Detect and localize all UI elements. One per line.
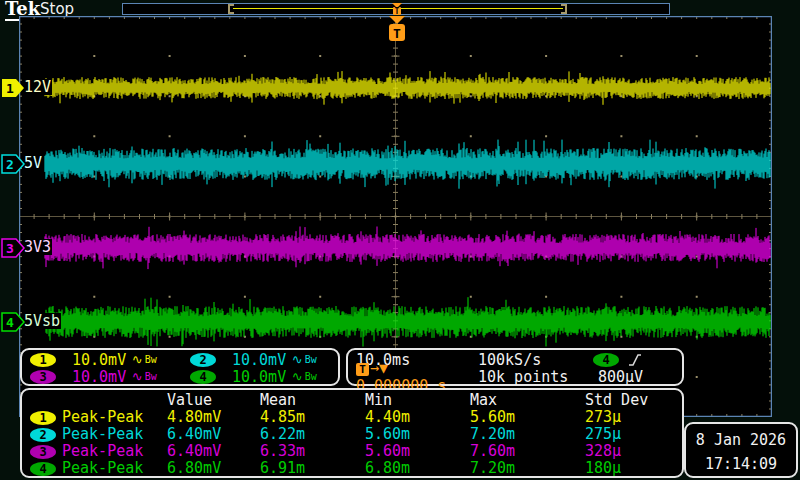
- channel-4-badge: 4: [190, 370, 216, 384]
- channel-2-label: 5V: [23, 155, 43, 171]
- window-bracket-right: [561, 4, 567, 14]
- sample-rate: 100kS/s: [478, 351, 593, 369]
- channel-3-marker[interactable]: 3: [1, 238, 26, 258]
- channel-2-marker[interactable]: 2: [1, 154, 26, 174]
- channel-1-coupling-bandwidth-icon: ∿Bw: [132, 352, 178, 367]
- channel-settings-panel[interactable]: 1 10.0mV ∿Bw 2 10.0mV ∿Bw 3 10.0mV ∿Bw 4…: [20, 348, 340, 386]
- channel-4-scale: 10.0mV: [232, 368, 292, 386]
- datetime-panel: 8 Jan 2026 17:14:09: [684, 422, 798, 478]
- channel-4-badge: 4: [30, 462, 56, 476]
- channel-4-coupling-bandwidth-icon: ∿Bw: [292, 369, 338, 384]
- measurement-row-ch1: 1Peak-Peak 4.80mV4.85m 4.40m5.60m 273µ: [22, 409, 682, 426]
- channel-1-badge: 1: [30, 353, 56, 367]
- channel-2-badge: 2: [190, 353, 216, 367]
- channel-3-badge: 3: [30, 370, 56, 384]
- measurement-row-ch3: 3Peak-Peak 6.40mV6.33m 5.60m7.60m 328µ: [22, 443, 682, 460]
- svg-text:T: T: [393, 26, 401, 41]
- svg-text:2: 2: [6, 157, 14, 172]
- channel-2-badge: 2: [30, 428, 56, 442]
- channel-1-label: 12V: [23, 79, 52, 95]
- channel-2-coupling-bandwidth-icon: ∿Bw: [292, 352, 338, 367]
- trigger-position-icon[interactable]: T: [390, 3, 404, 15]
- oscilloscope-screen: Tek Stop T 12V 5V 3V3 5Vsb 1 2 3 4: [0, 0, 800, 480]
- channel-4-marker[interactable]: 4: [1, 312, 26, 332]
- trigger-level-flag[interactable]: T: [386, 16, 408, 46]
- channel-1-marker[interactable]: 1: [1, 78, 26, 98]
- time-readout: 17:14:09: [686, 452, 796, 476]
- channel-3-badge: 3: [30, 445, 56, 459]
- svg-text:3: 3: [6, 241, 14, 256]
- channel-1-badge: 1: [30, 411, 56, 425]
- record-view-bar[interactable]: T: [122, 3, 670, 15]
- measurements-panel[interactable]: Value Mean Min Max Std Dev 1Peak-Peak 4.…: [20, 388, 684, 478]
- channel-3-label: 3V3: [23, 239, 52, 255]
- record-length: 10k points: [478, 368, 598, 386]
- measurements-header: Value Mean Min Max Std Dev: [22, 392, 682, 409]
- channel-2-scale: 10.0mV: [232, 351, 292, 369]
- window-bracket-left: [228, 4, 234, 14]
- trigger-t-icon: T: [356, 363, 369, 376]
- channel-1-scale: 10.0mV: [72, 351, 132, 369]
- channel-3-scale: 10.0mV: [72, 368, 132, 386]
- svg-text:4: 4: [6, 315, 14, 330]
- channel-4-label: 5Vsb: [23, 313, 61, 329]
- trigger-source-badge: 4: [593, 353, 619, 367]
- svg-text:1: 1: [6, 81, 14, 96]
- trigger-rising-edge-icon: [627, 352, 643, 368]
- svg-text:T: T: [395, 7, 400, 16]
- channel-3-coupling-bandwidth-icon: ∿Bw: [132, 369, 178, 384]
- measurement-row-ch4: 4Peak-Peak 6.80mV6.91m 6.80m7.20m 180µ: [22, 460, 682, 477]
- horizontal-trigger-panel[interactable]: 10.0ms 100kS/s 4 T→▼0.000000 s 10k point…: [346, 348, 684, 386]
- trigger-level: 800µV: [598, 368, 643, 386]
- measurement-row-ch2: 2Peak-Peak 6.40mV6.22m 5.60m7.20m 275µ: [22, 426, 682, 443]
- date-readout: 8 Jan 2026: [686, 428, 796, 452]
